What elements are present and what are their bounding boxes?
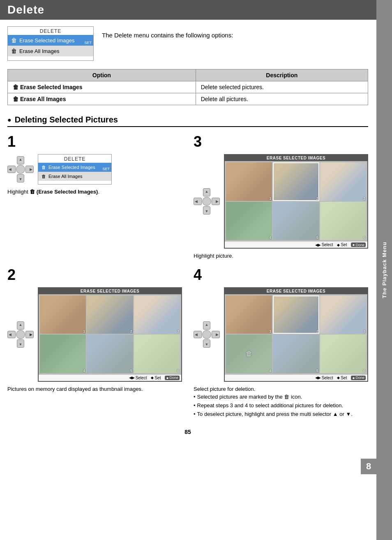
dpad-right-4: ▶ bbox=[212, 331, 220, 338]
footer-done-2: ● Done bbox=[165, 376, 180, 380]
footer-done-3: ● Done bbox=[351, 242, 366, 247]
thumb-2-6: 6 bbox=[134, 335, 180, 373]
dpad-up-3: ▲ bbox=[203, 188, 210, 196]
chapter-badge: 8 bbox=[361, 459, 376, 474]
step-4-bullets: Selected pictures are marked by the 🗑 ic… bbox=[194, 393, 368, 418]
set-s1: SET bbox=[102, 167, 110, 171]
steps-grid: 1 ▲ ▼ ◀ ▶ DELETE 🗑 Erase Selected Images bbox=[7, 134, 368, 419]
page-title: Delete bbox=[7, 3, 385, 16]
screen-4-footer: ◀▶ Select ◆ Set ● Done bbox=[225, 374, 367, 381]
dpad-down-2: ▼ bbox=[17, 339, 24, 348]
bullet-2: Repeat steps 3 and 4 to select additiona… bbox=[194, 402, 368, 410]
screen-3-title: ERASE SELECTED IMAGES bbox=[225, 155, 367, 161]
dpad-center-2 bbox=[16, 330, 25, 339]
thumb-4-1: 1 bbox=[226, 295, 272, 334]
option-1: 🗑 Erase Selected Images bbox=[8, 81, 196, 93]
trash-icon-opt2: 🗑 bbox=[13, 96, 20, 102]
dpad-left-2: ◀ bbox=[7, 331, 16, 338]
dpad-right-2: ▶ bbox=[25, 331, 34, 338]
thumb-2-3: 3 bbox=[134, 295, 180, 334]
thumb-3-5: 5 bbox=[273, 202, 319, 240]
thumb-3-1: 1 bbox=[226, 162, 272, 201]
thumb-2-4: 4 bbox=[40, 335, 86, 373]
thumb-4-3: 3 bbox=[320, 295, 366, 334]
screen-3-grid: 1 2 3 4 5 6 bbox=[225, 161, 367, 241]
dpad-center-3 bbox=[202, 197, 211, 206]
menu-item-erase-all: 🗑 Erase All Images bbox=[8, 46, 93, 56]
step-4: 4 ▲ ▼ ◀ ▶ ERASE SELECTED IMAGES 1 2 3 bbox=[194, 268, 368, 419]
dpad-1: ▲ ▼ ◀ ▶ bbox=[7, 156, 34, 182]
thumb-2-2: 2 bbox=[87, 295, 133, 334]
footer-set-2: ◆ Set bbox=[151, 376, 161, 380]
step-4-desc: Select picture for deletion. Selected pi… bbox=[194, 385, 368, 419]
dpad-2: ▲ ▼ ◀ ▶ bbox=[7, 321, 34, 348]
delete-menu-screenshot: DELETE 🗑 Erase Selected Images SET 🗑 Era… bbox=[7, 26, 94, 61]
thumb-4-4: 🗑 4 bbox=[226, 335, 272, 373]
trash-s1-2: 🗑 bbox=[42, 174, 46, 179]
screen-4-grid: 1 2 3 🗑 4 5 6 bbox=[225, 294, 367, 374]
option-table: Option Description 🗑 Erase Selected Imag… bbox=[7, 69, 368, 105]
col-description: Description bbox=[196, 69, 368, 81]
step-1: 1 ▲ ▼ ◀ ▶ DELETE 🗑 Erase Selected Images bbox=[7, 134, 182, 260]
desc-2: Delete all pictures. bbox=[196, 93, 368, 105]
footer-select-3: ◀▶ Select bbox=[315, 242, 333, 247]
step-2-desc: Pictures on memory card displayed as thu… bbox=[7, 385, 182, 393]
menu-item-erase-selected: 🗑 Erase Selected Images SET bbox=[8, 35, 93, 46]
screen-2-grid: 1 2 3 4 5 6 bbox=[39, 294, 181, 374]
dpad-right-3: ▶ bbox=[212, 198, 220, 205]
bullet-1: Selected pictures are marked by the 🗑 ic… bbox=[194, 393, 368, 402]
trash-icon-1: 🗑 bbox=[11, 37, 17, 44]
step-2-screen: ERASE SELECTED IMAGES 1 2 3 4 5 6 ◀▶ Sel… bbox=[38, 287, 182, 382]
screen-3-footer: ◀▶ Select ◆ Set ● Done bbox=[225, 241, 367, 248]
dpad-center-1 bbox=[16, 165, 25, 174]
dpad-3: ▲ ▼ ◀ ▶ bbox=[194, 188, 220, 215]
step-1-visual: ▲ ▼ ◀ ▶ DELETE 🗑 Erase Selected Images S… bbox=[7, 154, 182, 185]
section-heading: Deleting Selected Pictures bbox=[7, 115, 368, 127]
trash-icon-opt1: 🗑 bbox=[13, 84, 20, 90]
dpad-down-3: ▼ bbox=[203, 206, 210, 215]
screen-2-title: ERASE SELECTED IMAGES bbox=[39, 288, 181, 294]
thumb-2-5: 5 bbox=[87, 335, 133, 373]
dpad-left-3: ◀ bbox=[194, 198, 202, 205]
thumb-4-5: 5 bbox=[273, 335, 319, 373]
thumb-2-1: 1 bbox=[40, 295, 86, 334]
top-section: DELETE 🗑 Erase Selected Images SET 🗑 Era… bbox=[7, 26, 368, 61]
dpad-down-1: ▼ bbox=[17, 174, 24, 182]
desc-1: Delete selected pictures. bbox=[196, 81, 368, 93]
sidebar-label-text: The Playback Menu bbox=[381, 242, 387, 298]
footer-select-2: ◀▶ Select bbox=[129, 376, 147, 380]
thumb-4-2: 2 bbox=[273, 295, 319, 334]
step-2-number: 2 bbox=[7, 268, 182, 282]
thumb-3-4: 4 bbox=[226, 202, 272, 240]
step-1-desc: Highlight 🗑 (Erase Selected Images). bbox=[7, 188, 182, 196]
thumb-4-6: 6 bbox=[320, 335, 366, 373]
step1-menu-title: DELETE bbox=[38, 155, 111, 163]
trash-icon-2: 🗑 bbox=[11, 48, 17, 54]
page-header: Delete bbox=[0, 0, 392, 20]
dpad-left-1: ◀ bbox=[7, 166, 16, 173]
option-2: 🗑 Erase All Images bbox=[8, 93, 196, 105]
step-2: 2 ▲ ▼ ◀ ▶ ERASE SELECTED IMAGES 1 2 3 4 bbox=[7, 268, 182, 419]
footer-set-3: ◆ Set bbox=[337, 242, 347, 247]
thumb-3-3: 3 bbox=[320, 162, 366, 201]
page-number: 85 bbox=[7, 429, 368, 439]
top-description: The Delete menu contains the following o… bbox=[102, 26, 233, 40]
dpad-4: ▲ ▼ ◀ ▶ bbox=[194, 321, 220, 348]
screen-2-footer: ◀▶ Select ◆ Set ● Done bbox=[39, 374, 181, 381]
step-4-visual: ▲ ▼ ◀ ▶ ERASE SELECTED IMAGES 1 2 3 🗑 4 bbox=[194, 287, 368, 382]
dpad-up-2: ▲ bbox=[17, 321, 24, 330]
sidebar-tab: The Playback Menu bbox=[376, 0, 392, 540]
footer-set-4: ◆ Set bbox=[337, 376, 347, 380]
dpad-left-4: ◀ bbox=[194, 331, 202, 338]
step-4-number: 4 bbox=[194, 268, 368, 282]
step-2-visual: ▲ ▼ ◀ ▶ ERASE SELECTED IMAGES 1 2 3 4 5 … bbox=[7, 287, 182, 382]
set-label: SET bbox=[84, 41, 92, 45]
dpad-up-4: ▲ bbox=[203, 321, 210, 330]
trash-s1-1: 🗑 bbox=[42, 165, 46, 170]
dpad-down-4: ▼ bbox=[203, 339, 210, 348]
col-option: Option bbox=[8, 69, 196, 81]
step-3-number: 3 bbox=[194, 134, 368, 149]
step-3: 3 ▲ ▼ ◀ ▶ ERASE SELECTED IMAGES 1 2 3 4 bbox=[194, 134, 368, 260]
step1-item-unselected: 🗑 Erase All Images bbox=[38, 172, 111, 181]
step-4-screen: ERASE SELECTED IMAGES 1 2 3 🗑 4 5 6 bbox=[224, 287, 368, 382]
